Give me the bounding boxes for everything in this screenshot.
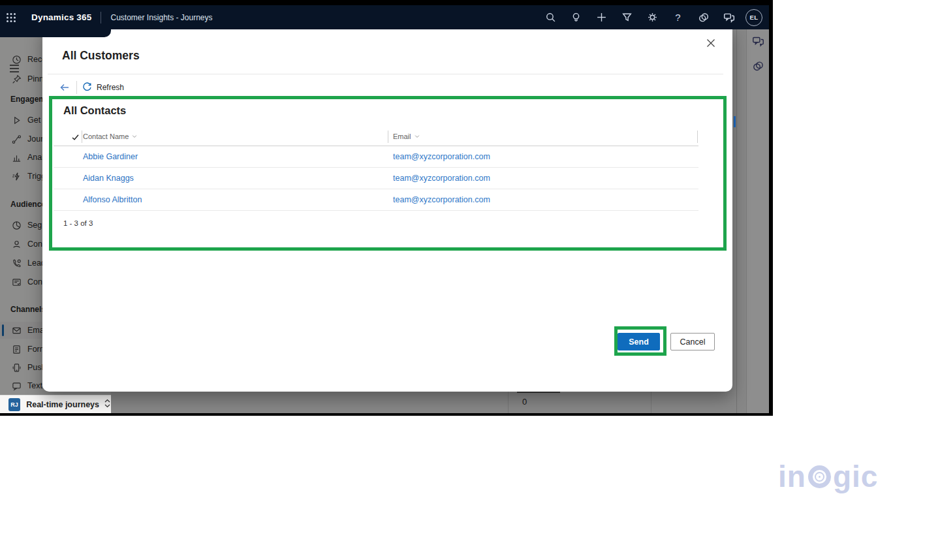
all-customers-dialog: All Customers Refresh All Contacts [42,26,732,392]
filter-icon[interactable] [614,5,640,29]
window-top-edge [0,0,773,5]
contact-email-link[interactable]: team@xyzcorporation.com [393,195,490,204]
area-switcher-icon [104,399,111,411]
contact-row[interactable]: Alfonso Albritton team@xyzcorporation.co… [54,189,698,211]
cancel-button[interactable]: Cancel [670,333,715,350]
record-count: 1 - 3 of 3 [63,219,93,227]
waffle-icon[interactable] [0,5,22,29]
nav-divider [101,12,101,23]
dialog-title: All Customers [62,49,140,63]
add-icon[interactable] [589,5,614,29]
app-window: Dynamics 365 Customer Insights - Journey… [0,0,773,416]
column-divider [388,131,388,143]
contact-name-link[interactable]: Alfonso Albritton [83,195,142,204]
lightbulb-icon[interactable] [563,5,589,29]
refresh-button[interactable]: Refresh [82,82,124,94]
help-icon[interactable]: ? [665,5,691,29]
column-header-contact-name[interactable]: Contact Name [83,132,138,140]
send-button[interactable]: Send [618,333,660,350]
grid-title: All Contacts [63,104,126,117]
back-arrow-icon[interactable] [58,81,71,94]
contact-row[interactable]: Aidan Knaggs team@xyzcorporation.com [54,168,698,189]
dialog-divider [48,74,723,74]
window-bottom-edge [0,413,773,416]
area-switcher[interactable]: RJ Real-time journeys [0,395,111,413]
area-badge: RJ [8,398,20,411]
column-divider [82,131,82,143]
close-icon[interactable] [704,36,718,50]
contacts-grid: Contact Name Email Abbie Gardiner team@x… [54,128,698,211]
brand-title[interactable]: Dynamics 365 [31,12,91,22]
area-label: Real-time journeys [26,400,99,409]
avatar[interactable]: EL [745,9,762,26]
copilot-icon[interactable] [691,5,716,29]
inogic-logo-o-icon [808,465,831,488]
window-right-edge [769,0,773,416]
top-navbar: Dynamics 365 Customer Insights - Journey… [0,5,769,29]
contact-email-link[interactable]: team@xyzcorporation.com [393,174,490,183]
search-icon[interactable] [538,5,563,29]
chevron-down-icon [131,133,138,140]
settings-icon[interactable] [640,5,665,29]
app-name[interactable]: Customer Insights - Journeys [110,13,212,22]
contact-email-link[interactable]: team@xyzcorporation.com [393,152,490,161]
inogic-logo: in gic [778,461,878,491]
column-header-email[interactable]: Email [393,132,420,140]
column-divider [697,131,698,143]
contact-row[interactable]: Abbie Gardiner team@xyzcorporation.com [54,146,698,168]
select-all-check-icon[interactable] [71,132,80,144]
refresh-label: Refresh [97,83,124,92]
feedback-icon[interactable] [716,5,742,29]
contact-name-link[interactable]: Abbie Gardiner [83,152,138,161]
contact-name-link[interactable]: Aidan Knaggs [83,174,134,183]
focus-caret [734,116,736,127]
refresh-icon [82,82,92,94]
chevron-down-icon [414,133,420,140]
toolbar-divider [76,81,77,94]
dialog-toolbar: Refresh [42,78,732,97]
grid-header-row: Contact Name Email [54,128,698,146]
